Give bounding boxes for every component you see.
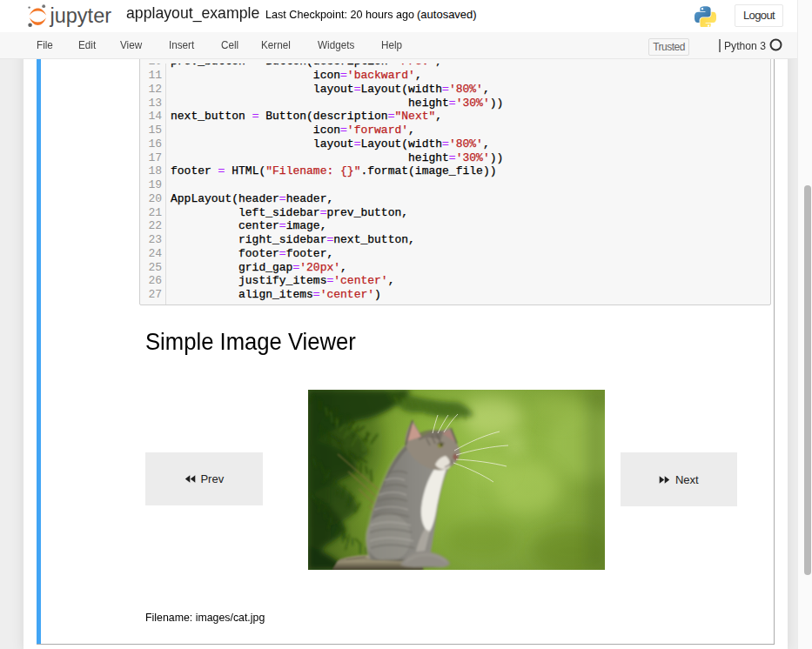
svg-text:jupyter: jupyter xyxy=(50,4,112,27)
